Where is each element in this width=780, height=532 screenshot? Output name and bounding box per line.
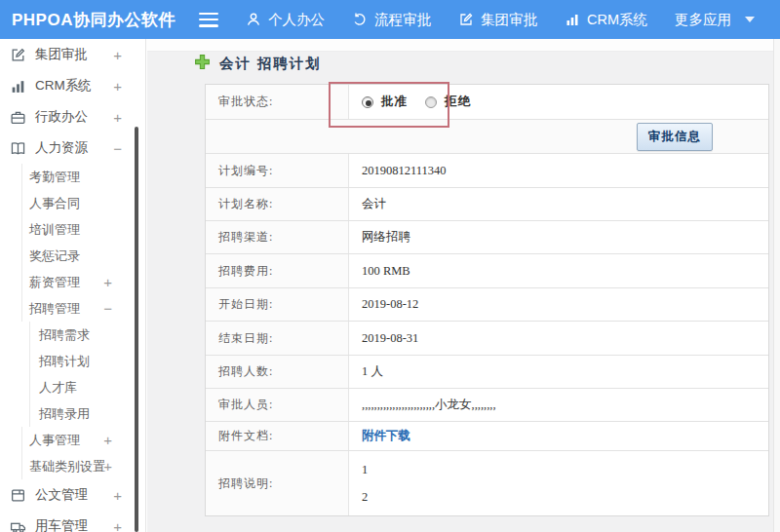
sidebar-scrollbar[interactable] bbox=[135, 127, 138, 532]
row-value: 2019-08-31 bbox=[349, 322, 768, 355]
sidebar-item-label: 招聘需求 bbox=[39, 326, 90, 344]
collapse-icon[interactable]: − bbox=[113, 140, 122, 157]
sidebar-item-vehicle-mgmt[interactable]: 用车管理 + bbox=[0, 511, 145, 532]
row-label: 审批人员: bbox=[206, 389, 349, 421]
sidebar-item-hr-contract[interactable]: 人事合同 bbox=[21, 190, 145, 216]
attachment-download-link[interactable]: 附件下载 bbox=[362, 428, 410, 444]
collapse-icon[interactable]: − bbox=[103, 300, 112, 317]
sidebar-item-label: 奖惩记录 bbox=[29, 247, 80, 265]
truck-icon bbox=[10, 518, 26, 532]
table-row-plan-number: 计划编号: 20190812111340 bbox=[206, 154, 768, 188]
table-row-description: 招聘说明: 1 2 bbox=[206, 451, 768, 515]
sidebar-item-crm-system[interactable]: CRM系统 + bbox=[0, 70, 145, 101]
row-label: 结束日期: bbox=[206, 322, 349, 355]
page-scrollbar[interactable] bbox=[773, 39, 780, 532]
sidebar-item-recruit-hire[interactable]: 招聘录用 bbox=[29, 400, 145, 427]
sidebar-item-talent-pool[interactable]: 人才库 bbox=[29, 374, 145, 400]
sidebar-item-personnel-mgmt[interactable]: 人事管理 + bbox=[21, 427, 145, 453]
sidebar-item-admin-office[interactable]: 行政办公 + bbox=[0, 101, 145, 133]
user-icon bbox=[246, 12, 261, 27]
sidebar-item-salary-mgmt[interactable]: 薪资管理 + bbox=[21, 269, 145, 295]
nav-personal-office[interactable]: 个人办公 bbox=[246, 11, 325, 29]
sidebar: 集团审批 + CRM系统 + 行政办公 + bbox=[0, 39, 146, 532]
sidebar-item-group-approval[interactable]: 集团审批 + bbox=[0, 39, 145, 70]
table-row-attachment: 附件文档: 附件下载 bbox=[206, 422, 768, 451]
sidebar-item-label: CRM系统 bbox=[35, 77, 92, 95]
nav-label: 个人办公 bbox=[268, 11, 325, 29]
description-line: 2 bbox=[362, 490, 368, 505]
row-value: 1 2 bbox=[349, 451, 768, 515]
sidebar-item-recruit-mgmt[interactable]: 招聘管理 − bbox=[21, 295, 145, 322]
sidebar-item-label: 集团审批 bbox=[35, 46, 88, 63]
menu-toggle-icon[interactable] bbox=[199, 13, 218, 27]
expand-icon[interactable]: + bbox=[113, 487, 122, 504]
row-value: 20190812111340 bbox=[349, 154, 768, 187]
add-icon bbox=[194, 54, 211, 74]
edit-icon bbox=[458, 12, 474, 27]
row-label: 招聘说明: bbox=[206, 451, 349, 515]
row-value: 附件下载 bbox=[349, 422, 768, 450]
expand-icon[interactable]: + bbox=[113, 109, 122, 126]
nav-label: 更多应用 bbox=[675, 11, 731, 29]
approval-info-button[interactable]: 审批信息 bbox=[637, 123, 713, 151]
row-label: 招聘人数: bbox=[206, 356, 349, 388]
nav-crm-system[interactable]: CRM系统 bbox=[565, 11, 647, 29]
expand-icon[interactable]: + bbox=[103, 432, 112, 448]
row-label: 招聘费用: bbox=[206, 254, 349, 287]
nav-more-apps[interactable]: 更多应用 bbox=[675, 11, 731, 29]
page-title: 会计 招聘计划 bbox=[219, 55, 322, 73]
chart-icon bbox=[565, 12, 580, 27]
radio-selected-icon[interactable] bbox=[362, 96, 373, 108]
radio-reject[interactable]: 拒绝 bbox=[425, 94, 471, 110]
row-value: 批准 拒绝 bbox=[349, 85, 768, 119]
sidebar-item-base-category-settings[interactable]: 基础类别设置 + bbox=[21, 453, 145, 479]
caret-down-icon[interactable] bbox=[745, 17, 755, 22]
sidebar-item-reward-punishment[interactable]: 奖惩记录 bbox=[21, 243, 145, 269]
table-row-start-date: 开始日期: 2019-08-12 bbox=[206, 288, 768, 322]
radio-approve[interactable]: 批准 bbox=[362, 94, 408, 110]
sidebar-item-label: 招聘计划 bbox=[39, 353, 90, 370]
edit-icon bbox=[10, 47, 26, 63]
book-icon bbox=[10, 140, 26, 157]
nav-label: 流程审批 bbox=[374, 11, 431, 29]
main-content: 会计 招聘计划 审批状态: 批准 拒绝 审批信息 bbox=[147, 39, 780, 532]
row-value: ,,,,,,,,,,,,,,,,,,,,,,,,小龙女,,,,,,,, bbox=[349, 389, 768, 421]
sidebar-item-attendance-mgmt[interactable]: 考勤管理 bbox=[21, 164, 145, 190]
sidebar-item-document-mgmt[interactable]: 公文管理 + bbox=[0, 479, 145, 511]
sidebar-item-training-mgmt[interactable]: 培训管理 bbox=[21, 216, 145, 243]
nav-label: 集团审批 bbox=[481, 11, 537, 29]
row-value: 100 RMB bbox=[349, 254, 768, 287]
sidebar-item-human-resources[interactable]: 人力资源 − bbox=[0, 133, 145, 164]
expand-icon[interactable]: + bbox=[113, 518, 122, 532]
table-row-headcount: 招聘人数: 1 人 bbox=[206, 356, 768, 389]
sidebar-item-recruit-demand[interactable]: 招聘需求 bbox=[29, 322, 145, 348]
row-label: 计划编号: bbox=[206, 154, 349, 187]
table-row-end-date: 结束日期: 2019-08-31 bbox=[206, 322, 768, 356]
radio-unselected-icon[interactable] bbox=[425, 96, 437, 108]
row-label: 附件文档: bbox=[206, 422, 349, 450]
row-label: 招聘渠道: bbox=[206, 221, 349, 253]
table-row-approval-status: 审批状态: 批准 拒绝 bbox=[206, 85, 768, 120]
expand-icon[interactable]: + bbox=[113, 47, 122, 63]
app-logo[interactable]: PHPOA协同办公软件 bbox=[0, 9, 183, 31]
radio-label: 拒绝 bbox=[445, 94, 471, 110]
row-value: 2019-08-12 bbox=[349, 288, 768, 321]
sidebar-item-label: 人力资源 bbox=[35, 139, 88, 157]
expand-icon[interactable]: + bbox=[113, 78, 122, 95]
sidebar-item-label: 培训管理 bbox=[29, 221, 80, 239]
sidebar-item-label: 考勤管理 bbox=[29, 169, 80, 186]
detail-table: 审批状态: 批准 拒绝 审批信息 计划编号: 2019 bbox=[205, 84, 769, 516]
sidebar-item-label: 行政办公 bbox=[35, 108, 88, 126]
top-navigation: 个人办公 流程审批 集团审批 bbox=[246, 11, 755, 29]
expand-icon[interactable]: + bbox=[103, 274, 112, 290]
nav-label: CRM系统 bbox=[587, 11, 647, 29]
app-window: PHPOA协同办公软件 个人办公 流程审批 bbox=[0, 0, 780, 532]
nav-process-approval[interactable]: 流程审批 bbox=[352, 11, 431, 29]
briefcase-icon bbox=[10, 109, 26, 126]
chart-icon bbox=[10, 78, 26, 95]
nav-group-approval[interactable]: 集团审批 bbox=[458, 11, 537, 29]
sidebar-item-label: 用车管理 bbox=[35, 517, 88, 532]
sidebar-item-recruit-plan[interactable]: 招聘计划 bbox=[29, 348, 145, 374]
expand-icon[interactable]: + bbox=[103, 458, 112, 475]
row-value: 1 人 bbox=[349, 356, 768, 388]
